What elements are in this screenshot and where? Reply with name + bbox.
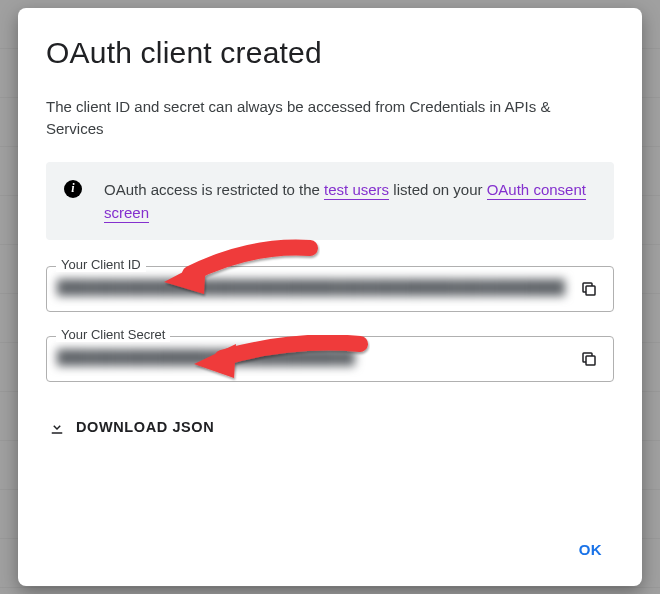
info-icon: i <box>64 180 82 198</box>
svg-rect-1 <box>586 356 595 365</box>
dialog-title: OAuth client created <box>46 36 614 70</box>
client-secret-box: ██████████████████████████████ <box>46 336 614 382</box>
client-secret-field: Your Client Secret █████████████████████… <box>46 336 614 382</box>
ok-button[interactable]: OK <box>567 533 614 566</box>
test-users-link[interactable]: test users <box>324 181 389 200</box>
info-banner: i OAuth access is restricted to the test… <box>46 162 614 241</box>
copy-icon <box>580 280 598 298</box>
client-id-value: ████████████████████████████████████████… <box>57 279 565 299</box>
download-json-label: DOWNLOAD JSON <box>76 419 214 435</box>
client-id-box: ████████████████████████████████████████… <box>46 266 614 312</box>
copy-client-secret-button[interactable] <box>575 345 603 373</box>
client-secret-value: ██████████████████████████████ <box>57 349 565 369</box>
info-prefix: OAuth access is restricted to the <box>104 181 324 198</box>
copy-client-id-button[interactable] <box>575 275 603 303</box>
svg-rect-0 <box>586 286 595 295</box>
download-json-button[interactable]: DOWNLOAD JSON <box>46 412 216 442</box>
download-icon <box>48 418 66 436</box>
dialog-subtitle: The client ID and secret can always be a… <box>46 96 606 140</box>
client-secret-label: Your Client Secret <box>56 327 170 342</box>
info-text: OAuth access is restricted to the test u… <box>104 178 596 225</box>
client-id-label: Your Client ID <box>56 257 146 272</box>
oauth-created-dialog: OAuth client created The client ID and s… <box>18 8 642 586</box>
copy-icon <box>580 350 598 368</box>
client-id-field: Your Client ID █████████████████████████… <box>46 266 614 312</box>
info-middle: listed on your <box>389 181 487 198</box>
dialog-footer: OK <box>46 519 614 566</box>
